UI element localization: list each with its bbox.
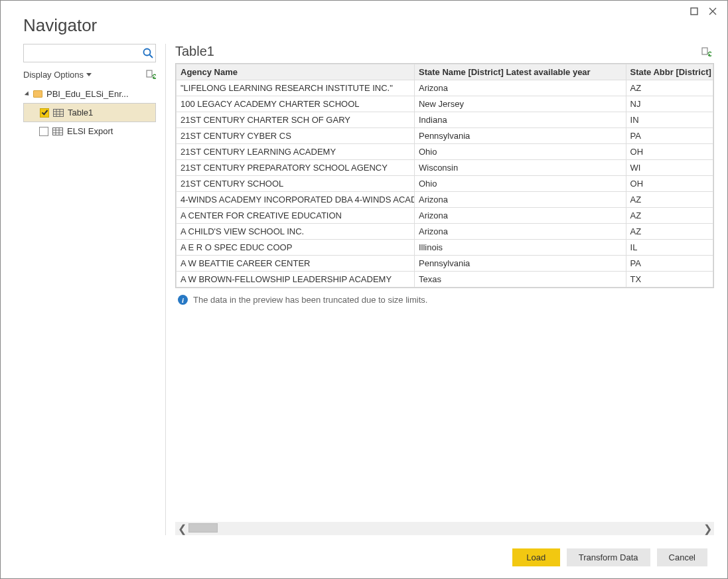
table-cell: Ohio (414, 144, 626, 160)
table-cell: Indiana (414, 112, 626, 128)
table-cell: 21ST CENTURY CHARTER SCH OF GARY (177, 112, 415, 128)
scroll-left-arrow[interactable]: ❮ (175, 523, 188, 535)
table-cell: PA (626, 256, 713, 272)
table-cell: OH (626, 176, 713, 192)
column-header[interactable]: Agency Name (177, 64, 415, 80)
tree-root-label: PBI_Edu_ELSi_Enr... (46, 89, 129, 99)
table-row[interactable]: 21ST CENTURY CYBER CSPennsylvaniaPA (177, 128, 713, 144)
scrollbar-thumb[interactable] (188, 523, 218, 533)
search-input[interactable] (28, 48, 142, 59)
checkbox-unchecked[interactable] (39, 127, 48, 136)
display-options-dropdown[interactable]: Display Options (23, 70, 92, 80)
tree-item-label: Table1 (68, 108, 93, 118)
table-cell: AZ (626, 224, 713, 240)
table-row[interactable]: 21ST CENTURY SCHOOLOhioOH (177, 176, 713, 192)
tree-root-node[interactable]: PBI_Edu_ELSi_Enr... (23, 85, 156, 103)
tree-item-label: ELSI Export (67, 126, 113, 136)
table-cell: Arizona (414, 224, 626, 240)
scrollbar-track[interactable] (188, 522, 701, 535)
table-row[interactable]: "LIFELONG LEARNING RESEARCH INSTITUTE IN… (177, 80, 713, 96)
table-cell: NJ (626, 96, 713, 112)
table-cell: AZ (626, 80, 713, 96)
table-cell: Arizona (414, 192, 626, 208)
table-cell: Illinois (414, 240, 626, 256)
folder-icon (33, 90, 42, 98)
table-cell: "LIFELONG LEARNING RESEARCH INSTITUTE IN… (177, 80, 415, 96)
table-cell: Arizona (414, 208, 626, 224)
chevron-down-icon (86, 73, 92, 76)
search-icon (142, 47, 154, 59)
dialog-title: Navigator (23, 15, 709, 36)
tree-item-table1[interactable]: Table1 (23, 103, 156, 122)
table-cell: 21ST CENTURY PREPARATORY SCHOOL AGENCY (177, 160, 415, 176)
table-cell: IN (626, 112, 713, 128)
table-cell: Wisconsin (414, 160, 626, 176)
table-cell: 21ST CENTURY CYBER CS (177, 128, 415, 144)
table-row[interactable]: 21ST CENTURY PREPARATORY SCHOOL AGENCYWi… (177, 160, 713, 176)
svg-rect-4 (54, 109, 64, 116)
table-cell: PA (626, 128, 713, 144)
table-cell: AZ (626, 208, 713, 224)
preview-refresh-icon[interactable] (701, 46, 711, 57)
table-cell: 21ST CENTURY LEARNING ACADEMY (177, 144, 415, 160)
table-cell: AZ (626, 192, 713, 208)
svg-rect-3 (147, 70, 152, 77)
table-cell: TX (626, 272, 713, 288)
table-cell: Ohio (414, 176, 626, 192)
table-row[interactable]: 21ST CENTURY CHARTER SCH OF GARYIndianaI… (177, 112, 713, 128)
preview-table: Agency NameState Name [District] Latest … (176, 64, 713, 288)
checkbox-checked[interactable] (40, 108, 49, 118)
table-icon (53, 109, 64, 117)
table-cell: OH (626, 144, 713, 160)
svg-rect-9 (53, 127, 63, 135)
table-cell: A E R O SPEC EDUC COOP (177, 240, 415, 256)
table-cell: Arizona (414, 80, 626, 96)
table-cell: A W BEATTIE CAREER CENTER (177, 256, 415, 272)
table-cell: Texas (414, 272, 626, 288)
search-input-container[interactable] (23, 44, 156, 62)
table-row[interactable]: 100 LEGACY ACADEMY CHARTER SCHOOLNew Jer… (177, 96, 713, 112)
horizontal-scrollbar[interactable]: ❮ ❯ (175, 522, 714, 535)
table-row[interactable]: 4-WINDS ACADEMY INCORPORATED DBA 4-WINDS… (177, 192, 713, 208)
transform-data-button[interactable]: Transform Data (567, 548, 650, 566)
divider (165, 44, 166, 535)
table-cell: A CENTER FOR CREATIVE EDUCATION (177, 208, 415, 224)
table-row[interactable]: A CENTER FOR CREATIVE EDUCATIONArizonaAZ (177, 208, 713, 224)
table-cell: Pennsylvania (414, 128, 626, 144)
table-row[interactable]: A W BEATTIE CAREER CENTERPennsylvaniaPA (177, 256, 713, 272)
display-options-label: Display Options (23, 70, 84, 80)
table-cell: 21ST CENTURY SCHOOL (177, 176, 415, 192)
refresh-icon[interactable] (145, 69, 156, 80)
table-cell: A CHILD'S VIEW SCHOOL INC. (177, 224, 415, 240)
svg-rect-14 (702, 48, 707, 54)
column-header[interactable]: State Abbr [District] (626, 64, 713, 80)
truncated-message: The data in the preview has been truncat… (193, 295, 427, 305)
table-cell: IL (626, 240, 713, 256)
cancel-button[interactable]: Cancel (657, 548, 707, 566)
expand-icon (25, 91, 31, 97)
load-button[interactable]: Load (512, 548, 560, 566)
svg-line-2 (150, 55, 153, 58)
table-cell: Pennsylvania (414, 256, 626, 272)
svg-rect-0 (691, 8, 697, 15)
table-cell: A W BROWN-FELLOWSHIP LEADERSHIP ACADEMY (177, 272, 415, 288)
table-cell: 4-WINDS ACADEMY INCORPORATED DBA 4-WINDS… (177, 192, 415, 208)
maximize-button[interactable] (689, 6, 699, 17)
table-cell: New Jersey (414, 96, 626, 112)
table-row[interactable]: 21ST CENTURY LEARNING ACADEMYOhioOH (177, 144, 713, 160)
svg-point-1 (144, 49, 151, 56)
close-button[interactable] (707, 6, 718, 17)
column-header[interactable]: State Name [District] Latest available y… (414, 64, 626, 80)
info-icon: i (178, 295, 188, 305)
table-row[interactable]: A CHILD'S VIEW SCHOOL INC.ArizonaAZ (177, 224, 713, 240)
table-cell: WI (626, 160, 713, 176)
table-row[interactable]: A W BROWN-FELLOWSHIP LEADERSHIP ACADEMYT… (177, 272, 713, 288)
scroll-right-arrow[interactable]: ❯ (701, 523, 714, 535)
table-row[interactable]: A E R O SPEC EDUC COOPIllinoisIL (177, 240, 713, 256)
table-icon (52, 127, 63, 135)
preview-title: Table1 (175, 44, 214, 59)
table-cell: 100 LEGACY ACADEMY CHARTER SCHOOL (177, 96, 415, 112)
tree-item-elsi-export[interactable]: ELSI Export (23, 122, 156, 140)
